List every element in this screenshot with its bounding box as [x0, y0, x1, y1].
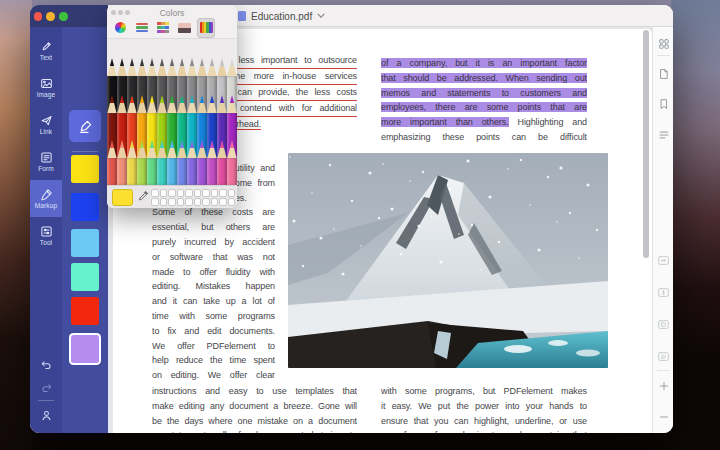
actual-size-icon[interactable]: [657, 317, 671, 331]
fit-page-icon[interactable]: [657, 285, 671, 299]
annotations-list-icon[interactable]: [657, 128, 671, 142]
color-well[interactable]: [202, 198, 210, 206]
sidebar-item-label: Markup: [35, 202, 57, 209]
color-well[interactable]: [160, 198, 168, 206]
app-window: TextImageLinkFormMarkupTool Education.pd…: [30, 5, 673, 433]
color-well[interactable]: [219, 198, 227, 206]
sidebar-item-image[interactable]: Image: [30, 69, 62, 106]
color-well[interactable]: [177, 189, 185, 197]
pencil-color[interactable]: [187, 140, 196, 185]
color-wheel-icon: [115, 22, 126, 33]
document-text-line: make editing any document a breeze. Gone…: [152, 399, 357, 414]
sidebar-item-tool[interactable]: Tool: [30, 217, 62, 254]
sidebar-item-label: Text: [40, 54, 52, 61]
eyedropper-icon[interactable]: [138, 190, 149, 203]
pencil-color[interactable]: [107, 140, 116, 185]
document-text-line: ensure that you can highlight, underline…: [381, 414, 587, 429]
pencil-color[interactable]: [177, 140, 186, 185]
desktop-wallpaper-right: [671, 0, 720, 450]
document-text-line: of a company, but it is an important fac…: [381, 56, 587, 71]
form-icon: [40, 151, 53, 164]
zoom-in-button[interactable]: [657, 379, 671, 393]
color-swatch[interactable]: [71, 297, 99, 325]
pencils-tab[interactable]: [197, 18, 215, 38]
color-swatch-selected[interactable]: [71, 335, 99, 363]
highlight-annotation[interactable]: of a company, but it is an important fac…: [381, 58, 587, 68]
sidebar-item-label: Image: [37, 91, 56, 98]
window-zoom-button[interactable]: [59, 12, 68, 21]
color-well[interactable]: [151, 189, 159, 197]
color-well[interactable]: [168, 198, 176, 206]
pencil-color[interactable]: [137, 140, 146, 185]
page-thumbnail-icon[interactable]: [657, 67, 671, 81]
document-text-line: employees, there are some points that ar…: [381, 100, 587, 115]
sidebar-item-link[interactable]: Link: [30, 106, 62, 143]
color-well[interactable]: [177, 198, 185, 206]
color-well[interactable]: [211, 198, 219, 206]
color-well[interactable]: [219, 189, 227, 197]
color-well[interactable]: [228, 189, 236, 197]
pencil-color[interactable]: [167, 140, 176, 185]
document-text-line: or software that was not: [152, 250, 275, 265]
window-close-button[interactable]: [34, 12, 43, 21]
title-chevron-down-icon[interactable]: [317, 13, 325, 19]
zoom-out-button[interactable]: [657, 410, 671, 424]
sidebar-item-markup[interactable]: Markup: [30, 180, 62, 217]
highlighter-button[interactable]: [69, 110, 101, 142]
color-swatch[interactable]: [71, 193, 99, 221]
color-well[interactable]: [202, 189, 210, 197]
sliders-tab[interactable]: [133, 18, 151, 38]
color-well[interactable]: [194, 198, 202, 206]
pencil-color[interactable]: [217, 140, 226, 185]
highlight-annotation[interactable]: employees, there are some points that ar…: [381, 102, 587, 112]
pencil-color[interactable]: [147, 140, 156, 185]
pencil-color[interactable]: [197, 140, 206, 185]
image-tab[interactable]: [176, 18, 194, 38]
highlight-annotation[interactable]: memos and statements to customers and: [381, 88, 587, 98]
sidebar-item-form[interactable]: Form: [30, 143, 62, 180]
fit-width-icon[interactable]: [657, 253, 671, 267]
document-photo[interactable]: [288, 153, 608, 368]
markup-pen-icon: [40, 188, 53, 201]
color-well[interactable]: [228, 198, 236, 206]
document-text-line: it easy. We put the power into your hand…: [381, 399, 587, 414]
color-wheel-tab[interactable]: [111, 18, 129, 38]
colors-popup-title: Colors: [107, 8, 237, 18]
pencil-color[interactable]: [117, 140, 126, 185]
pencil-color[interactable]: [227, 140, 236, 185]
color-well[interactable]: [211, 189, 219, 197]
color-well[interactable]: [160, 189, 168, 197]
thumbnails-grid-icon[interactable]: [657, 37, 671, 51]
bookmark-icon[interactable]: [657, 97, 671, 111]
sidebar-item-text[interactable]: Text: [30, 32, 62, 69]
document-text-line: help reduce the time spent: [152, 353, 275, 368]
color-well[interactable]: [151, 198, 159, 206]
document-title-cluster: Education.pdf: [238, 9, 325, 23]
color-well[interactable]: [194, 189, 202, 197]
undo-icon: [40, 358, 53, 371]
rotate-page-icon[interactable]: [657, 349, 671, 363]
pencil-color[interactable]: [127, 140, 136, 185]
document-text-line: to fix and edit documents.: [152, 324, 275, 339]
window-minimize-button[interactable]: [46, 12, 55, 21]
palette-tab[interactable]: [154, 18, 172, 38]
markup-panel-divider: [72, 151, 98, 152]
color-swatch[interactable]: [71, 155, 99, 183]
sidebar-redo-button[interactable]: [30, 381, 62, 394]
color-well[interactable]: [185, 189, 193, 197]
highlight-annotation[interactable]: more important than others.: [381, 117, 509, 127]
color-swatch[interactable]: [71, 229, 99, 257]
document-title: Education.pdf: [251, 11, 312, 22]
pencil-color[interactable]: [207, 140, 216, 185]
sidebar-undo-button[interactable]: [30, 358, 62, 371]
color-well[interactable]: [168, 189, 176, 197]
color-well[interactable]: [185, 198, 193, 206]
highlight-annotation[interactable]: that should be addressed. When sending o…: [381, 73, 587, 83]
vertical-scrollbar[interactable]: [643, 30, 649, 258]
color-swatch[interactable]: [71, 263, 99, 291]
pencil-color[interactable]: [157, 140, 166, 185]
sidebar-account-button[interactable]: [30, 409, 62, 422]
current-color-swatch[interactable]: [112, 189, 133, 206]
document-text-line: on editing. We offer clear: [152, 368, 275, 383]
sidebar-tool-list: TextImageLinkFormMarkupTool: [30, 32, 62, 254]
